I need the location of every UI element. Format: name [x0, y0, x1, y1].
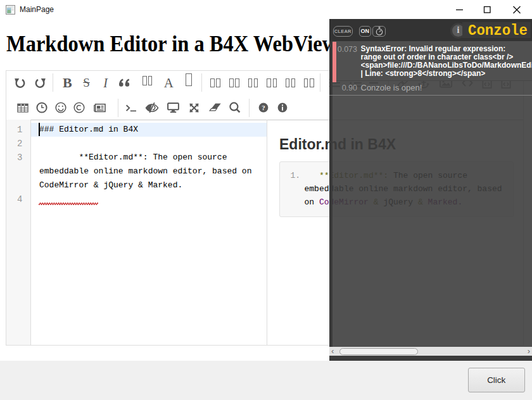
svg-text:?: ? [262, 104, 265, 111]
